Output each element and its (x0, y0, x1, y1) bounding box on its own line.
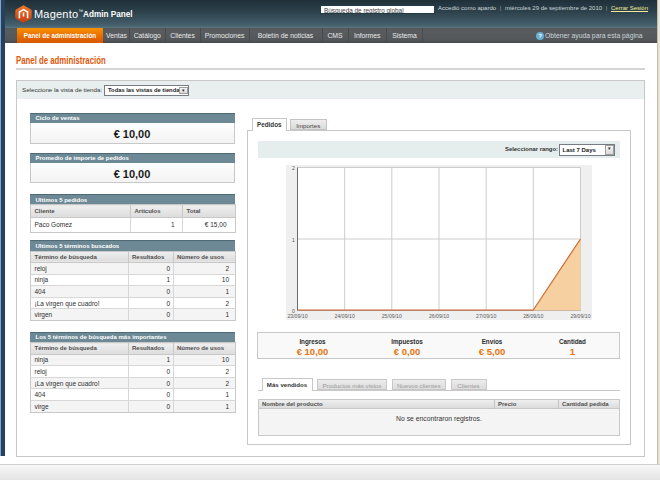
svg-text:28/09/10: 28/09/10 (523, 313, 543, 319)
svg-text:27/09/10: 27/09/10 (476, 313, 496, 319)
svg-text:29/09/10: 29/09/10 (570, 313, 590, 319)
svg-text:2: 2 (292, 165, 295, 171)
svg-text:24/09/10: 24/09/10 (335, 313, 355, 319)
svg-text:23/09/10: 23/09/10 (287, 313, 307, 319)
svg-text:25/09/10: 25/09/10 (382, 313, 402, 319)
svg-text:26/09/10: 26/09/10 (429, 313, 449, 319)
svg-text:1: 1 (292, 237, 295, 243)
